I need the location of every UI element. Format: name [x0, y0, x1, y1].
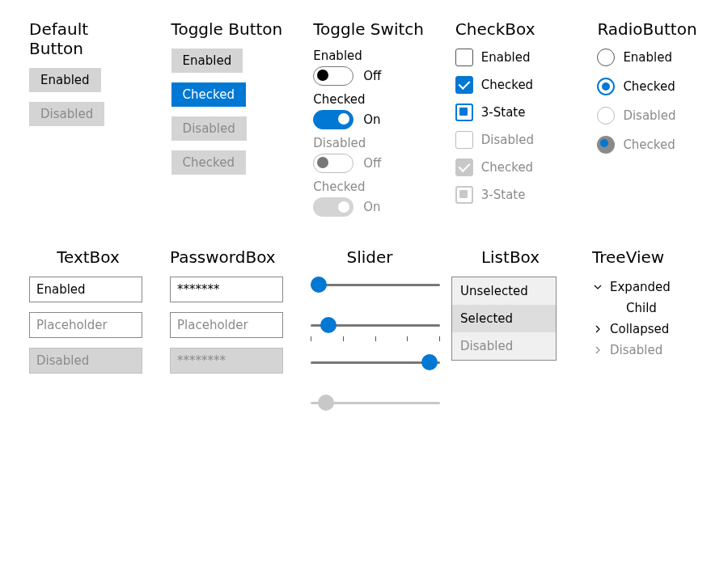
- checkbox-row-checked-disabled: Checked: [455, 158, 569, 176]
- radio-icon: [597, 107, 615, 125]
- section-title-slider: Slider: [311, 247, 429, 267]
- radio-icon[interactable]: [597, 49, 615, 66]
- section-title-toggle-switch: Toggle Switch: [313, 19, 426, 39]
- tree-item-label: Expanded: [610, 280, 671, 294]
- section-title-passwordbox: PasswordBox: [170, 247, 288, 267]
- checkbox-icon[interactable]: [455, 49, 473, 66]
- checkbox-tristate-icon: [455, 186, 473, 204]
- toggle-switch-off-disabled: [313, 154, 353, 173]
- listbox-item-unselected[interactable]: Unselected: [452, 277, 556, 305]
- section-title-toggle-button: Toggle Button: [171, 19, 285, 39]
- default-button-enabled[interactable]: Enabled: [29, 68, 101, 92]
- slider-enabled[interactable]: [311, 277, 440, 293]
- toggle-switch-on[interactable]: [313, 110, 353, 129]
- switch-label-off: Off: [363, 69, 381, 83]
- checkbox-label: 3-State: [481, 188, 526, 202]
- radio-row-checked[interactable]: Checked: [597, 78, 710, 95]
- slider-ticks: [311, 336, 440, 341]
- checkbox-label: Checked: [481, 160, 533, 175]
- switch-label-off-disabled: Off: [363, 156, 381, 171]
- switch-label-on: On: [363, 112, 380, 127]
- checkbox-tristate-icon[interactable]: [455, 103, 473, 121]
- radio-label: Enabled: [623, 50, 672, 65]
- switch-label-on-disabled: On: [363, 200, 380, 214]
- switch-header-enabled: Enabled: [313, 49, 426, 63]
- checkbox-row-enabled[interactable]: Enabled: [455, 49, 569, 66]
- checkbox-checked-icon: [455, 158, 473, 176]
- default-button-disabled: Disabled: [29, 102, 104, 126]
- slider-high-value[interactable]: [311, 354, 440, 370]
- listbox-item-selected[interactable]: Selected: [452, 305, 556, 332]
- textbox-disabled: [29, 348, 142, 374]
- checkbox-label: 3-State: [481, 105, 526, 120]
- toggle-button-checked[interactable]: Checked: [171, 82, 246, 107]
- section-title-checkbox: CheckBox: [455, 19, 569, 39]
- checkbox-icon: [455, 131, 473, 149]
- slider-thumb[interactable]: [320, 317, 336, 333]
- chevron-right-icon[interactable]: [592, 324, 603, 334]
- section-title-listbox: ListBox: [451, 247, 569, 267]
- slider-with-ticks[interactable]: [311, 317, 440, 333]
- section-title-radiobutton: RadioButton: [597, 19, 710, 39]
- tree-item-label: Child: [626, 301, 657, 315]
- checkbox-label: Enabled: [481, 50, 531, 65]
- textbox-enabled[interactable]: [29, 277, 142, 302]
- tree-item-label: Collapsed: [610, 322, 669, 336]
- slider-thumb: [318, 395, 334, 411]
- radio-row-enabled[interactable]: Enabled: [597, 49, 710, 66]
- toggle-button-disabled: Disabled: [171, 116, 247, 141]
- passwordbox-placeholder[interactable]: [170, 312, 283, 338]
- toggle-switch-on-disabled: [313, 197, 353, 217]
- checkbox-row-tristate[interactable]: 3-State: [455, 103, 569, 121]
- radio-row-disabled: Disabled: [597, 107, 710, 125]
- slider-disabled: [311, 395, 440, 411]
- switch-header-checked: Checked: [313, 92, 426, 107]
- section-title-default-button: Default Button: [29, 19, 142, 58]
- toggle-switch-off[interactable]: [313, 66, 353, 86]
- radio-checked-icon[interactable]: [597, 78, 615, 95]
- chevron-right-icon: [592, 345, 603, 355]
- checkbox-row-checked[interactable]: Checked: [455, 76, 569, 94]
- tree-item-disabled: Disabled: [592, 340, 710, 361]
- listbox[interactable]: Unselected Selected Disabled: [451, 277, 557, 361]
- radio-label: Disabled: [623, 108, 675, 123]
- radio-label: Checked: [623, 137, 675, 152]
- toggle-button-checked-disabled: Checked: [171, 150, 246, 175]
- listbox-item-disabled: Disabled: [452, 332, 556, 360]
- checkbox-checked-icon[interactable]: [455, 76, 473, 94]
- textbox-placeholder[interactable]: [29, 312, 142, 338]
- slider-thumb[interactable]: [421, 354, 438, 370]
- tree-item-child[interactable]: Child: [592, 298, 710, 319]
- tree-item-expanded[interactable]: Expanded: [592, 277, 710, 298]
- section-title-textbox: TextBox: [29, 247, 147, 267]
- radio-label: Checked: [623, 79, 675, 94]
- toggle-button-enabled[interactable]: Enabled: [171, 49, 243, 73]
- tree-item-collapsed[interactable]: Collapsed: [592, 319, 710, 340]
- slider-thumb[interactable]: [311, 277, 327, 293]
- checkbox-label: Checked: [481, 78, 533, 92]
- radio-row-checked-disabled: Checked: [597, 136, 710, 154]
- checkbox-label: Disabled: [481, 133, 534, 147]
- passwordbox-disabled: [170, 348, 283, 374]
- switch-header-disabled: Disabled: [313, 136, 426, 150]
- checkbox-row-tristate-disabled: 3-State: [455, 186, 569, 204]
- radio-checked-icon: [597, 136, 615, 154]
- passwordbox-enabled[interactable]: [170, 277, 283, 302]
- tree-item-label: Disabled: [610, 343, 662, 357]
- chevron-down-icon[interactable]: [592, 282, 603, 292]
- checkbox-row-disabled: Disabled: [455, 131, 569, 149]
- switch-header-checked-disabled: Checked: [313, 180, 426, 194]
- section-title-treeview: TreeView: [592, 247, 710, 267]
